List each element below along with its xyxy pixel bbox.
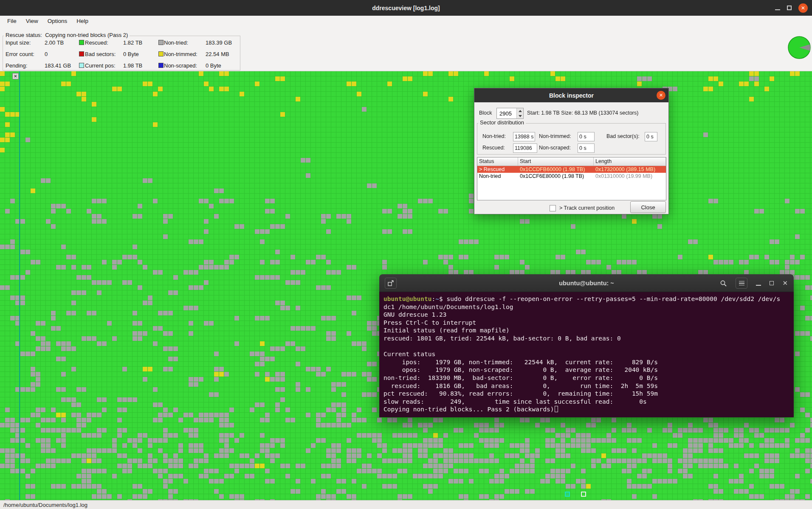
terminal-line: Current status (383, 350, 789, 358)
sector-field-value: 0 s (578, 143, 595, 153)
sector-field-value: 0 s (578, 132, 595, 141)
new-tab-button[interactable] (385, 278, 397, 289)
rescue-status-value: Copying non-tried blocks (Pass 2) (45, 32, 128, 38)
block-inspector-dialog: Block inspector ✕ Block 2905 Start: 1.98… (474, 88, 669, 214)
new-tab-icon (387, 280, 394, 287)
terminal-title: ubuntu@ubuntu: ~ (559, 280, 614, 287)
legend-swatch-nontrimmed (158, 51, 164, 56)
bi-table-header: StatusStartLength (477, 157, 666, 166)
table-row[interactable]: Non-tried0x1CCF6E80000 (1.98 TB)0x013100… (477, 173, 666, 180)
terminal-line: Initial status (read from mapfile) (383, 326, 789, 335)
stat-label: Non-scraped: (164, 62, 197, 69)
block-number-spinbox[interactable]: 2905 (496, 108, 524, 119)
current-block-marker (565, 492, 570, 497)
terminal-cursor (555, 406, 558, 412)
stat-label: Pending: (6, 62, 27, 69)
terminal-prompt-line: ubuntu@ubuntu:~$ sudo ddrescue -f --reop… (383, 295, 789, 303)
rescue-status-label: Rescue status: (6, 32, 42, 38)
close-icon[interactable]: ✕ (798, 3, 808, 13)
window-controls: ✕ (775, 0, 808, 16)
block-extents-table: StatusStartLength > Rescued0x1CCDFB60000… (477, 157, 666, 200)
stat-value: 0 Byte (123, 51, 139, 57)
status-bar: /home/ubuntu/Documents/log1.log (0, 500, 812, 509)
stat-value: 2.00 TB (45, 39, 64, 46)
window-titlebar[interactable]: ddrescueview [log1.log] ✕ (0, 0, 812, 16)
menu-item-view[interactable]: View (21, 17, 43, 25)
sector-field-label: Non-trimmed: (539, 133, 571, 139)
hamburger-menu-icon[interactable] (736, 278, 747, 289)
spin-down-button[interactable] (517, 113, 523, 118)
rescue-status-caption: Rescue status: Copying non-tried blocks … (4, 32, 130, 38)
stat-value: 183.41 GB (45, 62, 71, 69)
terminal-line: rescued: 1801 GB, tried: 22544 kB, bad-s… (383, 335, 789, 343)
spin-up-button[interactable] (517, 108, 523, 113)
menu-item-help[interactable]: Help (72, 17, 93, 25)
terminal-header-icons: ✕ (720, 274, 788, 292)
block-label: Block (479, 110, 492, 116)
block-inspector-title: Block inspector (549, 92, 594, 99)
spinbox-buttons (516, 108, 523, 118)
stat-value: 1.82 TB (123, 39, 142, 46)
stat-label: Input size: (6, 39, 31, 46)
table-cell: 0x17320000 (389.15 MB) (594, 166, 666, 172)
legend-swatch-rescued (79, 40, 84, 45)
stat-value: 1.98 TB (123, 62, 142, 69)
terminal-line: rescued: 1816 GB, bad areas: 0, run time… (383, 382, 789, 390)
block-inspector-titlebar[interactable]: Block inspector ✕ (474, 88, 668, 102)
terminal-line: non-tried: 183390 MB, bad-sector: 0 B, e… (383, 374, 789, 382)
table-cell: > Rescued (477, 166, 518, 172)
maximize-icon[interactable] (787, 6, 792, 10)
minimize-icon[interactable] (775, 9, 780, 10)
sector-field-label: Non-scraped: (539, 145, 571, 151)
column-header-start[interactable]: Start (518, 157, 594, 166)
sector-field-label: Non-tried: (482, 133, 506, 139)
stat-label: Current pos: (85, 62, 116, 69)
sector-field-value: 0 s (645, 132, 657, 141)
bi-table-body: > Rescued0x1CCDFB60000 (1.98 TB)0x173200… (477, 166, 666, 180)
terminal-line: slow reads: 249, time since last success… (383, 398, 789, 406)
terminal-body[interactable]: ubuntu@ubuntu:~$ sudo ddrescue -f --reop… (379, 292, 794, 417)
terminal-close-icon[interactable]: ✕ (782, 279, 788, 287)
sector-field-label: Rescued: (482, 145, 505, 151)
dialog-close-icon[interactable]: ✕ (657, 91, 665, 100)
close-button[interactable]: Close (630, 201, 666, 213)
stat-value: 22.54 MB (206, 51, 229, 57)
legend-swatch-badsectors (79, 51, 84, 56)
window-title: ddrescueview [log1.log] (372, 5, 440, 11)
terminal-line: dc1 /home/ubuntu/Documents/log1.log (383, 303, 789, 311)
current-position-line (19, 71, 20, 500)
arrow-up-icon (519, 110, 522, 112)
stat-value: 0 (45, 51, 48, 57)
sector-field-label: Bad sector(s): (606, 133, 640, 139)
terminal-maximize-icon[interactable] (770, 281, 774, 285)
logfile-path: /home/ubuntu/Documents/log1.log (3, 502, 87, 508)
stat-label: Non-trimmed: (164, 51, 197, 57)
status-panel: Rescue status: Copying non-tried blocks … (0, 26, 812, 71)
stat-label: Bad sectors: (85, 51, 116, 57)
table-row[interactable]: > Rescued0x1CCDFB60000 (1.98 TB)0x173200… (477, 166, 666, 173)
terminal-line: pct rescued: 90.83%, read errors: 0, rem… (383, 390, 789, 398)
track-position-checkbox[interactable] (550, 205, 556, 211)
block-number-value: 2905 (499, 110, 512, 117)
sector-field-value: 119086 (513, 143, 537, 153)
terminal-minimize-icon[interactable] (756, 285, 761, 286)
menu-bar: FileViewOptionsHelp (0, 16, 812, 26)
grid-pane-close-button[interactable]: ✕ (12, 73, 19, 79)
stat-label: Rescued: (85, 39, 108, 46)
table-cell: 0x1CCF6E80000 (1.98 TB) (518, 173, 594, 179)
legend-swatch-nontried (158, 40, 164, 45)
sector-distribution-caption: Sector distribution (478, 119, 526, 126)
table-cell: Non-tried (477, 173, 518, 179)
column-header-status[interactable]: Status (477, 157, 518, 166)
search-icon[interactable] (720, 280, 727, 287)
sector-distribution-group: Sector distribution Non-tried:13988 sNon… (477, 123, 666, 155)
arrow-down-icon (519, 115, 522, 117)
menu-item-file[interactable]: File (3, 17, 21, 25)
track-position-label: > Track current position (559, 205, 615, 211)
terminal-window: ubuntu@ubuntu: ~ ✕ ubuntu@ubuntu:~$ sudo… (379, 274, 794, 417)
terminal-header[interactable]: ubuntu@ubuntu: ~ ✕ (379, 274, 794, 292)
menu-item-options[interactable]: Options (43, 17, 72, 25)
terminal-line: ipos: 1979 GB, non-trimmed: 22544 kB, cu… (383, 358, 789, 366)
column-header-length[interactable]: Length (594, 157, 666, 166)
terminal-line (383, 343, 789, 351)
